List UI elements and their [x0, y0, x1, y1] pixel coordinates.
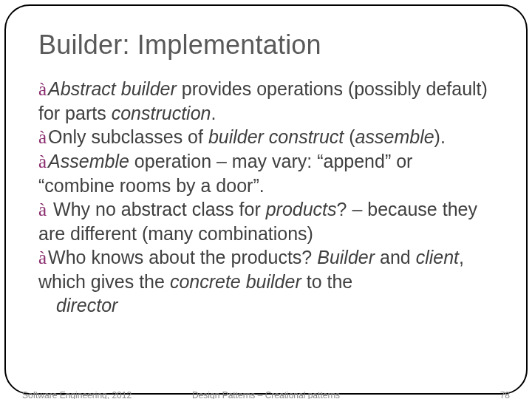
- slide-frame: Builder: Implementation àAbstract builde…: [4, 4, 528, 395]
- text: .: [211, 103, 216, 123]
- bullet-item-2: àOnly subclasses of builder construct (a…: [38, 125, 494, 149]
- text: or: [391, 151, 412, 171]
- text: client: [416, 247, 459, 267]
- text: products: [266, 199, 337, 219]
- text: concrete builder: [170, 271, 301, 292]
- bullet-item-5: àWho knows about the products? Builder a…: [38, 245, 494, 293]
- bullet-item-1: àAbstract builder provides operations (p…: [38, 77, 494, 125]
- bullet-item-3: àAssemble operation – may vary: “append”…: [38, 149, 494, 197]
- bullet-icon: à: [38, 79, 47, 99]
- text: Builder: [317, 247, 375, 267]
- bullet-icon: à: [38, 200, 47, 219]
- text: ).: [434, 126, 446, 147]
- text: director: [56, 295, 117, 316]
- footer-center: Design Patterns – Creational patterns: [192, 390, 340, 399]
- text: Why no abstract class for: [48, 199, 266, 219]
- text: and: [375, 247, 416, 267]
- text: append: [324, 151, 385, 171]
- slide-title: Builder: Implementation: [38, 30, 494, 61]
- footer-left: Software Engineering, 2012: [22, 390, 132, 399]
- text: construction: [112, 103, 211, 123]
- bullet-item-4: à Why no abstract class for products? – …: [38, 197, 494, 245]
- text: Abstract builder: [48, 78, 177, 99]
- text: Who knows about the products?: [48, 247, 317, 267]
- bullet-item-6-cut: director: [38, 293, 494, 317]
- text: .: [259, 175, 265, 196]
- text: to the: [301, 271, 353, 292]
- text: Only subclasses of: [48, 126, 208, 147]
- text: operation – may vary:: [129, 151, 317, 171]
- footer-page-number: 78: [500, 390, 510, 399]
- bullet-icon: à: [38, 248, 47, 267]
- text: (: [344, 126, 355, 147]
- bullet-icon: à: [38, 151, 47, 171]
- bullet-icon: à: [38, 127, 47, 147]
- text: assemble: [355, 126, 434, 147]
- text: “: [317, 151, 323, 171]
- text: Assemble: [48, 151, 129, 171]
- text: ”: [253, 175, 259, 196]
- text: builder construct: [208, 126, 344, 147]
- slide-body: àAbstract builder provides operations (p…: [38, 77, 494, 317]
- text: combine rooms by a door: [44, 175, 253, 196]
